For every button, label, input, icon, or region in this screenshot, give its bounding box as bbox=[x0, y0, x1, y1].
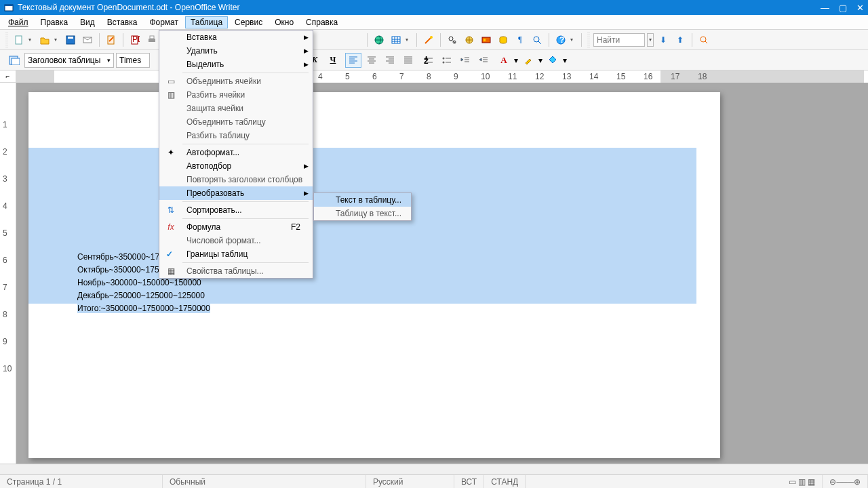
menu-autoformat[interactable]: ✦Автоформат... bbox=[159, 146, 313, 159]
menu-window[interactable]: Окно bbox=[269, 16, 299, 28]
menu-table[interactable]: Таблица bbox=[185, 16, 228, 28]
zoom-button[interactable] bbox=[530, 33, 545, 47]
nonprinting-button[interactable]: ¶ bbox=[513, 33, 528, 47]
horizontal-scrollbar[interactable] bbox=[0, 464, 868, 474]
menu-help[interactable]: Справка bbox=[300, 16, 343, 28]
vruler-tick: 1 bbox=[3, 120, 7, 129]
align-left-button[interactable] bbox=[345, 53, 361, 68]
menu-split-cells: ▥Разбить ячейки bbox=[159, 88, 313, 102]
status-zoom[interactable]: ⊖───⊕ bbox=[823, 475, 868, 488]
align-center-button[interactable] bbox=[363, 53, 380, 68]
table-menu-dropdown: Вставка▶ Удалить▶ Выделить▶ ▭Объединить … bbox=[159, 30, 313, 279]
status-lang[interactable]: Русский bbox=[366, 475, 454, 488]
align-justify-button[interactable] bbox=[400, 53, 416, 68]
ruler-tick: 4 bbox=[318, 72, 323, 81]
vruler-tick: 3 bbox=[3, 174, 7, 184]
menu-convert-submenu[interactable]: Преобразовать▶ bbox=[159, 186, 313, 200]
find-next-button[interactable]: ⬇ bbox=[656, 33, 671, 47]
doc-line: Итого:~3500000~1750000~1750000 bbox=[77, 302, 671, 314]
horizontal-ruler[interactable]: 456789101112131415161718 bbox=[16, 70, 868, 83]
align-right-button[interactable] bbox=[382, 53, 398, 68]
status-page: Страница 1 / 1 bbox=[0, 475, 163, 488]
maximize-button[interactable]: ▢ bbox=[839, 3, 847, 13]
svg-rect-19 bbox=[482, 37, 490, 43]
font-combo[interactable]: Times bbox=[116, 53, 150, 68]
ruler-tick: 10 bbox=[481, 72, 490, 81]
vruler-tick: 7 bbox=[3, 283, 7, 292]
menu-insert[interactable]: Вставка bbox=[102, 16, 143, 28]
ruler-tick: 6 bbox=[372, 72, 377, 81]
bgcolor-button[interactable] bbox=[545, 53, 561, 68]
print-button[interactable] bbox=[144, 33, 159, 47]
list-bullet-button[interactable] bbox=[439, 53, 455, 68]
menu-sort[interactable]: ⇅Сортировать... bbox=[159, 203, 313, 217]
menu-borders[interactable]: ✓Границы таблиц bbox=[159, 247, 313, 261]
find-replace-button[interactable] bbox=[445, 33, 460, 47]
vruler-tick: 6 bbox=[3, 256, 7, 265]
status-style[interactable]: Обычный bbox=[163, 475, 366, 488]
show-draw-button[interactable] bbox=[421, 33, 436, 47]
status-insert[interactable]: ВСТ bbox=[454, 475, 484, 488]
svg-rect-1 bbox=[5, 5, 13, 6]
hyperlink-button[interactable] bbox=[372, 33, 387, 47]
underline-button[interactable]: Ч bbox=[325, 53, 341, 68]
minimize-button[interactable]: — bbox=[821, 3, 829, 13]
menu-file[interactable]: Файл bbox=[3, 16, 34, 28]
vertical-ruler[interactable]: 12345678910 bbox=[0, 83, 16, 474]
font-color-button[interactable]: A bbox=[496, 53, 512, 68]
canvas[interactable]: ибыли организации по месяцам Расходы~При… bbox=[16, 83, 868, 474]
list-numbered-button[interactable]: 12 bbox=[420, 53, 437, 68]
paragraph-style-combo[interactable]: Заголовок таблицы▾ bbox=[24, 53, 114, 68]
svg-rect-4 bbox=[68, 37, 73, 39]
indent-decrease-button[interactable] bbox=[457, 53, 473, 68]
new-button[interactable] bbox=[12, 33, 26, 47]
close-button[interactable]: ✕ bbox=[856, 3, 864, 13]
menu-insert-submenu[interactable]: Вставка▶ bbox=[159, 30, 313, 44]
help-button[interactable]: ? bbox=[553, 33, 568, 47]
datasources-button[interactable] bbox=[496, 33, 511, 47]
email-button[interactable] bbox=[80, 33, 95, 47]
menu-formula[interactable]: fxФормулаF2 bbox=[159, 220, 313, 234]
menu-split-table: Разбить таблицу bbox=[159, 129, 313, 142]
menu-tools[interactable]: Сервис bbox=[229, 16, 268, 28]
standard-toolbar: ▾ ▾ PDF ▾ ¶ ?▾ ▾ ⬇ ⬆ bbox=[0, 30, 868, 50]
formatting-toolbar: Заголовок таблицы▾ Times K Ч 12 A▾ ▾ ▾ bbox=[0, 50, 868, 70]
ruler-tick: 17 bbox=[671, 72, 679, 81]
menu-delete-submenu[interactable]: Удалить▶ bbox=[159, 44, 313, 58]
export-pdf-button[interactable]: PDF bbox=[127, 33, 142, 47]
svg-rect-20 bbox=[484, 39, 486, 41]
table-button[interactable] bbox=[389, 33, 403, 47]
menu-number-format: Числовой формат... bbox=[159, 234, 313, 247]
styles-button[interactable] bbox=[6, 53, 22, 68]
text-to-table[interactable]: Текст в таблицу... bbox=[314, 193, 411, 207]
ruler-tick: 7 bbox=[399, 72, 404, 81]
vruler-tick: 2 bbox=[3, 147, 7, 157]
open-button[interactable] bbox=[37, 33, 52, 47]
menu-autofit-submenu[interactable]: Автоподбор▶ bbox=[159, 159, 313, 173]
indent-increase-button[interactable] bbox=[475, 53, 492, 68]
svg-rect-10 bbox=[150, 36, 154, 39]
menu-edit[interactable]: Правка bbox=[35, 16, 74, 28]
menu-select-submenu[interactable]: Выделить▶ bbox=[159, 58, 313, 71]
save-button[interactable] bbox=[63, 33, 78, 47]
ruler-tick: 16 bbox=[644, 72, 652, 81]
menu-properties: ▦Свойства таблицы... bbox=[159, 264, 313, 278]
menu-format[interactable]: Формат bbox=[144, 16, 184, 28]
menu-view[interactable]: Вид bbox=[75, 16, 100, 28]
find-input[interactable] bbox=[593, 33, 645, 47]
window-title: Текстовый документ OpenDocument.odt - Op… bbox=[18, 3, 821, 12]
find-toolbar-button[interactable] bbox=[696, 33, 711, 47]
vruler-tick: 10 bbox=[3, 364, 12, 373]
status-selection[interactable]: СТАНД bbox=[484, 475, 526, 488]
svg-rect-2 bbox=[16, 36, 22, 44]
menu-merge-cells: ▭Объединить ячейки bbox=[159, 75, 313, 88]
find-prev-button[interactable]: ⬆ bbox=[673, 33, 688, 47]
svg-text:?: ? bbox=[559, 35, 564, 45]
edit-doc-button[interactable] bbox=[104, 33, 119, 47]
gallery-button[interactable] bbox=[479, 33, 494, 47]
status-view-icons[interactable]: ▭ ▥ ▦ bbox=[782, 475, 823, 488]
table-to-text: Таблицу в текст... bbox=[314, 207, 411, 220]
navigator-button[interactable] bbox=[462, 33, 477, 47]
highlight-button[interactable] bbox=[520, 53, 536, 68]
svg-point-30 bbox=[443, 57, 445, 59]
